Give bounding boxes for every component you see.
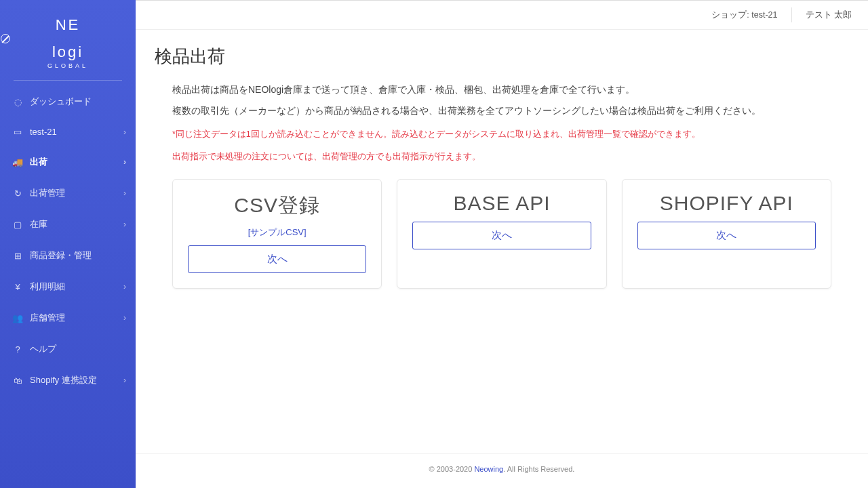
sidebar-item-7[interactable]: 👥店舗管理› [0, 302, 136, 333]
next-button[interactable]: 次へ [412, 222, 591, 249]
footer-post: . All Rights Reserved. [503, 465, 574, 473]
footer-pre: © 2003-2020 [429, 465, 475, 473]
sidebar-item-8[interactable]: ?ヘルプ [0, 333, 136, 365]
sidebar: NElogi GLOBAL ◌ダッシュボード▭test-21›🚚出荷›↻出荷管理… [0, 0, 136, 488]
brand-post: logi [0, 43, 136, 61]
sidebar-item-label: 在庫 [30, 218, 47, 230]
sidebar-item-label: 利用明細 [30, 281, 65, 293]
truck-icon: 🚚 [12, 157, 23, 167]
sidebar-item-6[interactable]: ¥利用明細› [0, 271, 136, 302]
sidebar-item-label: ヘルプ [30, 343, 56, 355]
brand-sub: GLOBAL [0, 62, 136, 69]
chevron-right-icon: › [123, 157, 126, 167]
chevron-right-icon: › [123, 375, 126, 385]
chevron-right-icon: › [123, 127, 126, 137]
sidebar-item-label: 店舗管理 [30, 312, 65, 324]
sidebar-item-5[interactable]: ⊞商品登録・管理 [0, 240, 136, 271]
card-title: BASE API [412, 192, 591, 215]
sidebar-item-3[interactable]: ↻出荷管理› [0, 178, 136, 209]
card-1: BASE API次へ [397, 179, 606, 289]
footer: © 2003-2020 Neowing. All Rights Reserved… [136, 453, 868, 488]
sidebar-item-label: 出荷 [30, 156, 47, 168]
yen-icon: ¥ [12, 282, 23, 292]
sidebar-item-0[interactable]: ◌ダッシュボード [0, 86, 136, 117]
gauge-icon: ◌ [12, 97, 23, 107]
sidebar-item-label: 出荷管理 [30, 187, 65, 199]
card-title: CSV登録 [188, 192, 366, 220]
sample-csv-link[interactable]: [サンプルCSV] [188, 226, 366, 239]
sidebar-item-4[interactable]: ▢在庫› [0, 209, 136, 240]
lead-1: 検品出荷は商品をNEOlogi倉庫まで送って頂き、倉庫で入庫・検品、梱包、出荷処… [172, 81, 849, 99]
users-icon: 👥 [12, 313, 23, 323]
warning-2: 出荷指示で未処理の注文については、出荷管理の方でも出荷指示が行えます。 [172, 151, 849, 163]
bag-icon: 🛍 [12, 375, 23, 386]
box-icon: ▢ [12, 220, 23, 230]
divider [14, 80, 122, 81]
store-icon: ▭ [12, 127, 23, 137]
cards-row: CSV登録[サンプルCSV]次へBASE API次へSHOPIFY API次へ [172, 179, 831, 289]
footer-link[interactable]: Neowing [474, 465, 503, 473]
topbar-user[interactable]: テスト 太郎 [806, 9, 852, 21]
topbar-separator [791, 7, 792, 22]
sidebar-item-label: test-21 [30, 127, 57, 137]
topbar: ショップ: test-21 テスト 太郎 [136, 0, 868, 30]
card-title: SHOPIFY API [637, 192, 816, 215]
next-button[interactable]: 次へ [637, 222, 816, 249]
brand-pre: NE [0, 16, 136, 34]
card-0: CSV登録[サンプルCSV]次へ [172, 179, 382, 289]
sidebar-item-label: ダッシュボード [30, 96, 92, 108]
chevron-right-icon: › [123, 188, 126, 198]
chevron-right-icon: › [123, 220, 126, 229]
sidebar-item-label: Shopify 連携設定 [30, 374, 97, 386]
brand-logo: NElogi GLOBAL [0, 8, 136, 75]
sidebar-item-2[interactable]: 🚚出荷› [0, 146, 136, 178]
content: 検品出荷 検品出荷は商品をNEOlogi倉庫まで送って頂き、倉庫で入庫・検品、梱… [136, 30, 868, 296]
chevron-right-icon: › [123, 313, 126, 323]
warning-1: *同じ注文データは1回しか読み込むことができません。読み込むとデータがシステムに… [172, 129, 849, 140]
history-icon: ↻ [12, 188, 23, 199]
help-icon: ? [12, 344, 23, 354]
slash-icon [1, 34, 10, 43]
card-2: SHOPIFY API次へ [622, 179, 831, 289]
main-area: ショップ: test-21 テスト 太郎 検品出荷 検品出荷は商品をNEOlog… [136, 0, 868, 488]
sidebar-nav: ◌ダッシュボード▭test-21›🚚出荷›↻出荷管理›▢在庫›⊞商品登録・管理¥… [0, 86, 136, 396]
page-title: 検品出荷 [155, 45, 849, 68]
chevron-right-icon: › [123, 282, 126, 291]
sidebar-item-9[interactable]: 🛍Shopify 連携設定› [0, 365, 136, 396]
next-button[interactable]: 次へ [188, 245, 366, 273]
sidebar-item-1[interactable]: ▭test-21› [0, 117, 136, 146]
lead-2: 複数の取引先（メーカーなど）から商品が納品される場合や、出荷業務を全てアウトソー… [172, 102, 849, 120]
sidebar-item-label: 商品登録・管理 [30, 249, 92, 262]
topbar-shop[interactable]: ショップ: test-21 [711, 9, 777, 21]
grid-icon: ⊞ [12, 251, 23, 261]
